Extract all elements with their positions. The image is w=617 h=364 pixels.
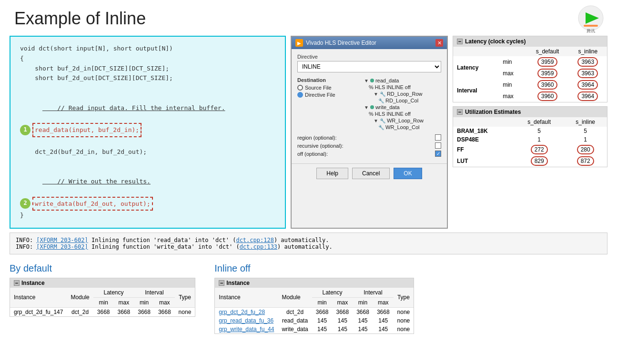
dsp-default: 1 [515, 135, 564, 144]
tree-expand-1: ▼ [364, 78, 369, 83]
util-col2: s_inline [564, 117, 607, 127]
logo: 腾讯 [574, 5, 612, 33]
inline-off-row1-lat-min: 3668 [312, 307, 333, 316]
util-collapse-icon[interactable]: − [457, 109, 463, 115]
inline-off-row2-int-max: 145 [373, 316, 394, 325]
tree-label-rd-loop-col: RD_Loop_Col [385, 98, 418, 103]
code-line-5 [20, 83, 275, 93]
int-max-label: max [493, 91, 526, 102]
help-button[interactable]: Help [316, 168, 348, 179]
option-off-label: off (optional): [297, 151, 328, 157]
bram-default: 5 [515, 127, 564, 135]
inline-off-row2-instance[interactable]: grp_read_data_fu_36 [215, 316, 278, 325]
lat-min-default: 3959 [526, 56, 569, 68]
info-line2-prefix: INFO: [16, 243, 36, 250]
info-line2-link2[interactable]: dct.cpp:133 [240, 243, 277, 250]
code-line-13: } [20, 211, 275, 221]
inline-off-row1-int-max: 3668 [373, 307, 394, 316]
source-file-radio[interactable] [297, 85, 303, 91]
by-default-row-int-min: 3668 [134, 307, 154, 316]
by-default-col-instance: Instance [10, 288, 67, 308]
inline-off-table: Instance Module Latency Interval Type mi… [215, 288, 414, 334]
code-comment-2: // Write out the results. [20, 167, 275, 196]
option-region-checkbox[interactable] [435, 134, 441, 141]
latency-col1: s_default [526, 47, 569, 56]
by-default-row: grp_dct_2d_fu_147 dct_2d 3668 3668 3668 … [10, 307, 195, 316]
by-default-instance-header: − Instance [10, 278, 195, 288]
latency-title: Latency (clock cycles) [465, 38, 526, 45]
inline-off-int-min: min [353, 297, 373, 307]
dialog-close-button[interactable]: ✕ [435, 39, 443, 47]
tree-label-read-data: read_data [375, 78, 399, 83]
info-line1-text: Inlining function 'read_data' into 'dct'… [88, 237, 236, 243]
ff-inline: 280 [564, 144, 607, 155]
dsp-inline: 1 [564, 135, 607, 144]
directive-file-radio[interactable] [297, 92, 303, 98]
lat-max-default: 3959 [526, 68, 569, 79]
tree-item-wr-loop-col: 🔧 WR_Loop_Col [364, 124, 441, 131]
dialog-title-left: ▶ Vivado HLS Directive Editor [295, 39, 376, 47]
by-default-int-max: max [154, 297, 175, 307]
option-off-checkbox[interactable]: ✓ [435, 151, 441, 157]
directive-file-label: Directive File [305, 92, 335, 98]
code-comment-1: // Read input data. Fill the internal bu… [20, 93, 275, 123]
inline-off-col-module: Module [278, 288, 312, 308]
directive-file-radio-row: Directive File [297, 92, 359, 98]
page-title: Example of Inline [0, 0, 617, 33]
inline-off-row1-instance[interactable]: grp_dct_2d_fu_28 [215, 307, 278, 316]
info-line-1: INFO: [XFORM 203-602] Inlining function … [16, 237, 601, 243]
option-recursive-row: recursive (optional): [297, 142, 441, 149]
latency-row-label: Latency [453, 56, 493, 79]
ok-button[interactable]: OK [394, 168, 422, 179]
by-default-col-latency: Latency [93, 288, 134, 298]
by-default-col-module: Module [67, 288, 93, 308]
tree-item-write-data: ▼ write_data [364, 104, 441, 111]
latency-col2: s_inline [568, 47, 607, 56]
source-file-label: Source File [305, 85, 332, 91]
by-default-row-instance: grp_dct_2d_fu_147 [10, 307, 67, 316]
info-line2-text: Inlining function 'write_data' into 'dct… [88, 243, 240, 250]
by-default-col-interval: Interval [134, 288, 174, 298]
tree-text-hls-2: % HLS INLINE off [369, 111, 411, 117]
int-max-inline: 3964 [568, 91, 607, 102]
latency-collapse-icon[interactable]: − [457, 39, 463, 44]
by-default-section: By default − Instance Instance Module La… [10, 263, 195, 334]
directive-select[interactable]: INLINE [297, 61, 441, 72]
inline-off-row2-lat-min: 145 [312, 316, 333, 325]
inline-off-collapse-icon[interactable]: − [219, 280, 224, 286]
interval-row-label: Interval [453, 79, 493, 102]
info-line1-link2[interactable]: dct.cpp:128 [236, 237, 273, 243]
lat-max-inline: 3963 [568, 68, 607, 79]
inline-off-row-3: grp_write_data_fu_44 write_data 145 145 … [215, 325, 414, 334]
by-default-heading: By default [10, 263, 195, 274]
inline-off-row-2: grp_read_data_fu_36 read_data 145 145 14… [215, 316, 414, 325]
svg-rect-2 [584, 25, 598, 27]
lat-min-inline: 3963 [568, 56, 607, 68]
svg-text:腾讯: 腾讯 [587, 29, 595, 33]
step-2-code: write_data(buf_2d_out, output); [32, 197, 153, 211]
utilization-header: − Utilization Estimates [453, 107, 607, 117]
inline-off-instance-header: − Instance [215, 278, 414, 288]
int-min-inline: 3964 [568, 79, 607, 91]
directive-editor-dialog: ▶ Vivado HLS Directive Editor ✕ Directiv… [291, 36, 448, 229]
inline-off-lat-max: max [332, 297, 353, 307]
by-default-collapse-icon[interactable]: − [14, 280, 20, 286]
tree-func-icon-4: 🔧 [378, 125, 384, 130]
inline-off-row3-int-max: 145 [373, 325, 394, 334]
lut-inline: 872 [564, 155, 607, 167]
info-line2-link[interactable]: [XFORM 203-602] [36, 243, 88, 250]
info-line1-link[interactable]: [XFORM 203-602] [36, 237, 88, 243]
dialog-two-col: Destination Source File Directive File ▼ [297, 77, 441, 131]
option-recursive-checkbox[interactable] [435, 142, 441, 149]
cancel-button[interactable]: Cancel [352, 168, 390, 179]
by-default-row-int-max: 3668 [154, 307, 175, 316]
by-default-col-type: Type [175, 288, 195, 308]
by-default-lat-min: min [93, 297, 114, 307]
by-default-row-lat-max: 3668 [114, 307, 134, 316]
tree-expand-4: ▼ [374, 118, 378, 123]
step-1-code: read_data(input, buf_2d_in); [32, 123, 142, 137]
inline-off-row3-instance[interactable]: grp_write_data_fu_44 [215, 325, 278, 334]
inline-off-int-max: max [373, 297, 394, 307]
code-line-1: void dct(short input[N], short output[N]… [20, 44, 275, 54]
inline-off-col-latency: Latency [312, 288, 353, 298]
